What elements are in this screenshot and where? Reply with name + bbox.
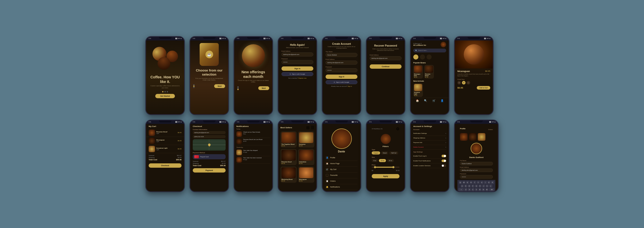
slider-thumb-right[interactable] bbox=[392, 166, 394, 168]
key-b[interactable]: B bbox=[478, 188, 481, 191]
google-signin-button[interactable]: G Sign in with Google bbox=[326, 80, 357, 84]
key-i[interactable]: I bbox=[484, 181, 487, 184]
grid-icon[interactable]: ⊞ bbox=[306, 125, 310, 130]
bean-card-0[interactable]: Nicaragua Dark $6.95 bbox=[413, 65, 423, 79]
key-l[interactable]: L bbox=[489, 184, 492, 188]
home-tab-icon[interactable]: 🏠 bbox=[416, 99, 419, 102]
add-to-cart-button[interactable]: Add to Cart bbox=[477, 86, 490, 90]
email-input[interactable]: darling.don@gmail.com bbox=[281, 52, 313, 56]
grid-item-3[interactable]: Colombian $4.95 bbox=[298, 149, 314, 165]
type-decaf[interactable]: Decaf bbox=[381, 151, 388, 154]
key-m[interactable]: M bbox=[485, 188, 488, 191]
size-8oz[interactable]: 8 oz bbox=[372, 159, 378, 162]
product-price: $4.95 bbox=[299, 180, 313, 182]
menu-item-orders[interactable]: 📋 Orders bbox=[326, 178, 357, 184]
toggle-0[interactable] bbox=[442, 155, 446, 157]
menu-item-signout[interactable]: 🚪 Sign Out bbox=[326, 190, 357, 191]
key-y[interactable]: Y bbox=[477, 181, 480, 184]
grid-item-4[interactable]: Montreing Blend $4.95 bbox=[280, 166, 297, 183]
price-slider[interactable] bbox=[372, 167, 400, 168]
cart-tab-icon[interactable]: 🛒 bbox=[432, 99, 435, 102]
email-field[interactable]: darling.don@gmail.com bbox=[193, 131, 226, 134]
menu-item-notifications[interactable]: 🔔 Notifications bbox=[326, 184, 357, 190]
app-section: App Settings bbox=[413, 151, 446, 153]
size-12oz[interactable]: 12 oz bbox=[379, 159, 386, 162]
email-input[interactable]: darling.don@gmail.com bbox=[370, 56, 402, 60]
menu-item-profile[interactable]: 👤 Profile bbox=[326, 155, 357, 161]
cart-item-1: Nicaraguan Light $6.95 bbox=[146, 137, 184, 145]
get-started-button[interactable]: Get Started bbox=[155, 94, 175, 98]
continue-button[interactable]: Continue bbox=[370, 64, 402, 69]
settings-item-3[interactable]: Delete Account › bbox=[413, 145, 446, 150]
grid-item-5[interactable]: Nicaraguan $4.95 bbox=[298, 166, 314, 183]
payment-button[interactable]: Payment bbox=[193, 168, 226, 173]
key-w[interactable]: W bbox=[462, 181, 466, 184]
bean-card-1[interactable]: Peruvian Decaf $7.95 bbox=[424, 65, 434, 79]
slider-thumb-left[interactable] bbox=[374, 166, 376, 168]
key-n[interactable]: N bbox=[482, 188, 485, 191]
type-halfcaf[interactable]: Half-Caf bbox=[389, 151, 398, 154]
settings-item-1[interactable]: Shipping Address › bbox=[413, 136, 446, 140]
today-section: Today bbox=[236, 128, 270, 130]
menu-item-favourite[interactable]: ❤ Favourite bbox=[326, 173, 357, 178]
next-button[interactable]: Next bbox=[214, 84, 225, 88]
settings-item-0[interactable]: Notification Settings › bbox=[413, 131, 446, 136]
key-backspace[interactable]: ⌫ bbox=[489, 188, 494, 191]
name-field[interactable]: Dante Guilford bbox=[460, 162, 493, 165]
settings-item-2[interactable]: Payment Info › bbox=[413, 140, 446, 145]
size-s[interactable]: S bbox=[457, 81, 461, 84]
key-p[interactable]: P bbox=[491, 181, 494, 184]
list-icon[interactable]: ☰ bbox=[311, 125, 314, 130]
profile-tab-icon[interactable]: 👤 bbox=[441, 99, 444, 102]
google-signin-button[interactable]: G Sign in with Google bbox=[281, 72, 313, 76]
phone-field[interactable]: (604) 010-1414 bbox=[193, 135, 226, 138]
key-v[interactable]: V bbox=[475, 188, 478, 191]
password-field[interactable]: •••••••• bbox=[460, 175, 493, 179]
key-q[interactable]: Q bbox=[459, 181, 462, 184]
key-h[interactable]: H bbox=[479, 184, 482, 188]
grid-item-2[interactable]: Peruvian Decaf $4.95 bbox=[280, 149, 297, 165]
key-a[interactable]: A bbox=[461, 184, 464, 188]
email-input[interactable]: darling.don@gmail.com bbox=[326, 61, 357, 65]
size-m[interactable]: M bbox=[462, 81, 466, 84]
key-r[interactable]: R bbox=[470, 181, 473, 184]
search-bar[interactable]: 🔍 Search here... bbox=[413, 49, 446, 52]
size-16oz[interactable]: 16 oz bbox=[387, 159, 394, 162]
signin-button[interactable]: Sign In bbox=[281, 66, 313, 71]
menu-item-cart[interactable]: 🛒 My Cart bbox=[326, 167, 357, 173]
key-k[interactable]: K bbox=[486, 184, 489, 188]
name-input[interactable]: Dante Mofield bbox=[326, 53, 357, 57]
toggle-1[interactable] bbox=[442, 160, 446, 162]
key-s[interactable]: S bbox=[464, 184, 467, 188]
toggle-2[interactable] bbox=[442, 164, 446, 167]
next-button[interactable]: Next bbox=[258, 86, 269, 90]
payment-card[interactable]: Paypal Card bbox=[193, 154, 226, 159]
grid-item-1[interactable]: Sumatran $6.95 bbox=[298, 131, 314, 148]
email-field[interactable]: darling.don@gmail.com bbox=[460, 168, 493, 172]
key-t[interactable]: T bbox=[473, 181, 476, 184]
size-l[interactable]: L bbox=[467, 81, 470, 84]
key-x[interactable]: X bbox=[468, 188, 471, 191]
bean-card-2[interactable]: Sumatran Light $6.95 bbox=[413, 83, 423, 97]
key-f[interactable]: F bbox=[471, 184, 474, 188]
key-o[interactable]: O bbox=[487, 181, 491, 184]
password-input[interactable]: •••••••• bbox=[326, 68, 357, 72]
key-g[interactable]: G bbox=[475, 184, 478, 188]
create-account-button[interactable]: Sign It bbox=[326, 75, 357, 79]
key-e[interactable]: E bbox=[466, 181, 469, 184]
apply-filter-button[interactable]: Apply bbox=[372, 174, 400, 178]
grid-item-0[interactable]: The Together Blend $4.95 bbox=[280, 131, 297, 148]
key-u[interactable]: U bbox=[480, 181, 483, 184]
onboard2-content: New offerings each month Check the app t… bbox=[234, 40, 272, 114]
password-input[interactable]: •••••••• bbox=[281, 60, 313, 64]
key-j[interactable]: J bbox=[482, 184, 485, 188]
key-c[interactable]: C bbox=[471, 188, 474, 191]
key-shift[interactable]: ⇧ bbox=[458, 188, 464, 191]
checkout-button[interactable]: Checkout bbox=[149, 163, 182, 168]
menu-item-home[interactable]: 🏠 Home Page bbox=[326, 161, 357, 167]
type-aragost[interactable]: Aragost bbox=[372, 151, 380, 154]
search-tab-icon[interactable]: 🔍 bbox=[424, 99, 427, 102]
toggle-item-0: Enable Push Log In bbox=[413, 154, 446, 159]
key-d[interactable]: D bbox=[468, 184, 471, 188]
key-z[interactable]: Z bbox=[464, 188, 467, 191]
